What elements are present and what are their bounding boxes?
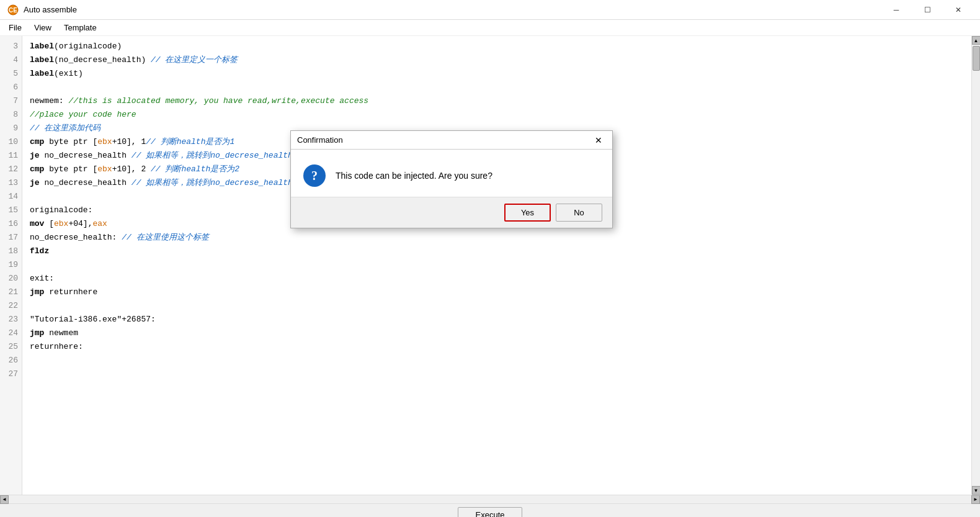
- maximize-button[interactable]: ☐: [913, 0, 942, 20]
- yes-button[interactable]: Yes: [504, 204, 551, 222]
- app-icon: CE: [7, 4, 19, 16]
- minimize-button[interactable]: ─: [882, 0, 911, 20]
- menu-file[interactable]: File: [2, 22, 28, 34]
- scroll-track[interactable]: [972, 45, 980, 486]
- menu-template[interactable]: Template: [58, 22, 103, 34]
- confirmation-dialog: Confirmation ✕ ? This code can be inject…: [290, 130, 613, 228]
- title-bar: CE Auto assemble ─ ☐ ✕: [0, 0, 980, 20]
- dialog-footer: Yes No: [291, 197, 612, 228]
- scroll-up-button[interactable]: ▲: [972, 36, 981, 45]
- menu-bar: File View Template: [0, 20, 980, 36]
- dialog-title: Confirmation: [297, 135, 343, 145]
- h-scroll-track[interactable]: [9, 495, 971, 503]
- horizontal-scrollbar[interactable]: ◄ ►: [0, 495, 980, 503]
- scroll-right-button[interactable]: ►: [971, 495, 980, 504]
- menu-view[interactable]: View: [28, 22, 58, 34]
- execute-bar: Execute: [0, 503, 980, 517]
- question-icon: ?: [303, 164, 326, 187]
- window-controls: ─ ☐ ✕: [882, 0, 973, 20]
- window-title: Auto assemble: [24, 5, 77, 14]
- editor-area: 3 4 5 6 7 8 9 10 11 12 13 14 15 16 17 18…: [0, 36, 980, 495]
- scroll-down-button[interactable]: ▼: [972, 486, 981, 495]
- title-bar-left: CE Auto assemble: [7, 4, 77, 16]
- vertical-scrollbar[interactable]: ▲ ▼: [971, 36, 980, 495]
- dialog-close-button[interactable]: ✕: [591, 133, 606, 148]
- line-numbers: 3 4 5 6 7 8 9 10 11 12 13 14 15 16 17 18…: [0, 36, 22, 495]
- dialog-body: ? This code can be injected. Are you sur…: [291, 150, 612, 197]
- dialog-message: This code can be injected. Are you sure?: [336, 171, 492, 181]
- no-button[interactable]: No: [556, 204, 602, 222]
- svg-text:CE: CE: [9, 7, 17, 14]
- scroll-thumb[interactable]: [973, 46, 980, 71]
- scroll-left-button[interactable]: ◄: [0, 495, 9, 504]
- close-button[interactable]: ✕: [944, 0, 973, 20]
- execute-button[interactable]: Execute: [458, 507, 523, 517]
- code-editor[interactable]: label(originalcode) label(no_decrese_hea…: [22, 36, 971, 495]
- dialog-titlebar: Confirmation ✕: [291, 131, 612, 150]
